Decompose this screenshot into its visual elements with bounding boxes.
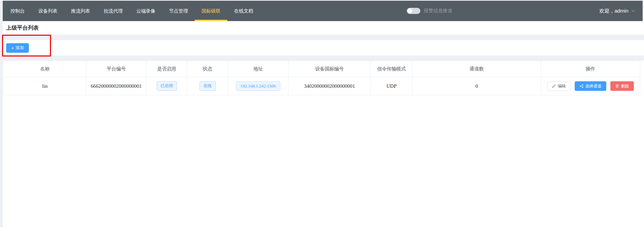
- header-platform-id: 平台编号: [86, 61, 146, 77]
- table-header-row: 名称 平台编号 是否启用 状态 地址 设备国标编号 信令传输模式 通道数 操作: [4, 61, 640, 77]
- header-device-gb-id: 设备国标编号: [289, 61, 371, 77]
- user-dropdown[interactable]: 欢迎，admin: [599, 1, 643, 21]
- nav-item-online-docs[interactable]: 在线文档: [227, 1, 260, 21]
- plus-icon: +: [11, 46, 14, 50]
- page-title: 上级平台列表: [6, 24, 39, 32]
- header-status: 状态: [187, 61, 228, 77]
- table-row: lin 66620000002000000001 已启用 在线 192.168.…: [4, 77, 640, 95]
- cell-actions: 编辑: [541, 77, 640, 95]
- cell-device-gb-id: 34020000002000000001: [289, 77, 371, 95]
- platform-table: 名称 平台编号 是否启用 状态 地址 设备国标编号 信令传输模式 通道数 操作 …: [3, 61, 640, 95]
- nav-item-gb-cascade[interactable]: 国标级联: [195, 1, 227, 21]
- header-actions: 操作: [541, 61, 640, 77]
- select-channel-label: 选择通道: [585, 83, 602, 89]
- header-enabled: 是否启用: [146, 61, 187, 77]
- nav-item-node-manage[interactable]: 节点管理: [162, 1, 195, 21]
- cell-name: lin: [4, 77, 86, 95]
- delete-button[interactable]: 删除: [610, 81, 634, 91]
- channel-count: 0: [475, 83, 478, 89]
- enabled-badge: 已启用: [157, 81, 177, 91]
- nav-item-gb-cascade-label: 国标级联: [202, 8, 221, 14]
- nav-item-push-list[interactable]: 推流列表: [64, 1, 97, 21]
- share-icon: [579, 84, 584, 88]
- trash-icon: [615, 84, 619, 88]
- nav-item-pull-proxy[interactable]: 拉流代理: [97, 1, 129, 21]
- welcome-text: 欢迎，admin: [599, 8, 628, 14]
- cell-enabled: 已启用: [146, 77, 187, 95]
- cell-address: 192.168.1.242:1506: [228, 77, 289, 95]
- address-chip: 192.168.1.242:1506: [236, 81, 280, 91]
- alarm-push-label: 报警信息推送: [424, 8, 452, 14]
- add-button[interactable]: + 添加: [6, 43, 29, 53]
- alarm-push-toggle[interactable]: [407, 8, 420, 14]
- nav-item-console[interactable]: 控制台: [4, 1, 32, 21]
- add-button-label: 添加: [16, 45, 24, 51]
- header-channel-count: 通道数: [413, 61, 541, 77]
- row-actions: 编辑: [541, 81, 640, 91]
- nav-item-cloud-record[interactable]: 云端录像: [129, 1, 162, 21]
- separator-band: [0, 35, 644, 40]
- toolbar: + 添加: [3, 40, 644, 55]
- delete-button-label: 删除: [621, 83, 629, 89]
- cell-platform-id: 66620000002000000001: [86, 77, 146, 95]
- edit-button-label: 编辑: [558, 83, 566, 89]
- separator-band: [0, 55, 644, 61]
- edit-button[interactable]: 编辑: [547, 81, 571, 91]
- platform-name: lin: [42, 83, 48, 89]
- cell-transport: UDP: [371, 77, 413, 95]
- nav-item-device-list[interactable]: 设备列表: [32, 1, 64, 21]
- table-card: 名称 平台编号 是否启用 状态 地址 设备国标编号 信令传输模式 通道数 操作 …: [3, 61, 644, 231]
- header-name: 名称: [4, 61, 86, 77]
- select-channel-button[interactable]: 选择通道: [575, 81, 606, 91]
- top-navbar: 控制台 设备列表 推流列表 拉流代理 云端录像 节点管理 国标级联 在线文档 报…: [3, 1, 643, 21]
- platform-id: 66620000002000000001: [91, 83, 142, 89]
- title-bar: 上级平台列表: [3, 21, 644, 35]
- status-badge: 在线: [199, 81, 216, 91]
- page-left-gutter: [0, 1, 3, 227]
- alarm-push-group: 报警信息推送: [407, 1, 452, 21]
- edit-pencil-icon: [552, 84, 556, 88]
- header-address: 地址: [228, 61, 289, 77]
- cell-status: 在线: [187, 77, 228, 95]
- device-gb-id: 34020000002000000001: [304, 83, 355, 89]
- header-transport: 信令传输模式: [371, 61, 413, 77]
- cell-channel-count: 0: [413, 77, 541, 95]
- active-tab-underline: [195, 20, 227, 21]
- toggle-knob: [407, 9, 412, 13]
- nav-menu: 控制台 设备列表 推流列表 拉流代理 云端录像 节点管理 国标级联 在线文档: [3, 1, 260, 21]
- chevron-down-icon: [631, 9, 635, 13]
- transport-mode: UDP: [386, 83, 397, 89]
